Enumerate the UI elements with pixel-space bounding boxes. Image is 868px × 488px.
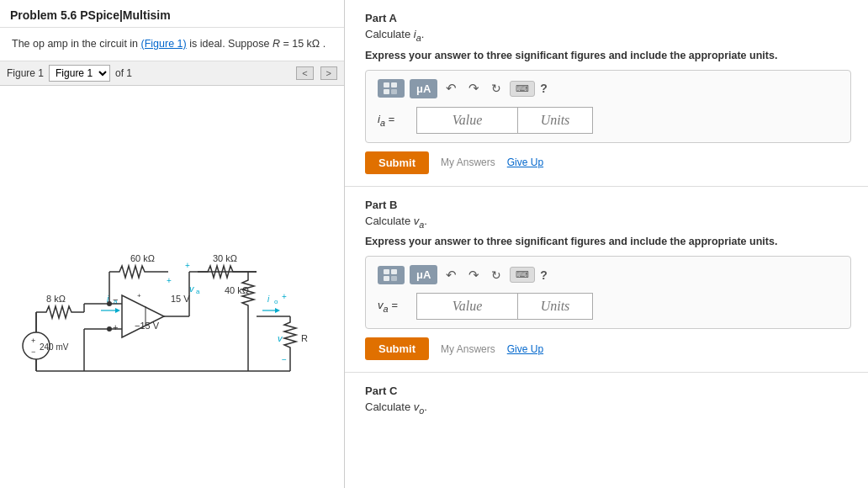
svg-text:a: a — [196, 288, 200, 295]
part-a-toolbar: μA ↶ ↷ ↻ ⌨ ? — [378, 79, 839, 98]
part-a-input-row: ia = — [378, 107, 839, 134]
svg-rect-60 — [391, 276, 397, 281]
svg-text:240 mV: 240 mV — [40, 342, 69, 352]
svg-text:+: + — [137, 292, 141, 300]
part-b-my-answers-link[interactable]: My Answers — [441, 343, 495, 355]
svg-rect-55 — [384, 89, 389, 94]
part-a-submit-row: Submit My Answers Give Up — [365, 151, 851, 174]
problem-description: The op amp in the circuit in (Figure 1) … — [0, 28, 344, 61]
svg-text:+: + — [113, 322, 118, 332]
svg-text:R: R — [301, 333, 308, 343]
part-a-my-answers-link[interactable]: My Answers — [441, 156, 495, 168]
part-b-instructions: Express your answer to three significant… — [365, 236, 851, 247]
part-c-label: Part C — [365, 385, 851, 397]
part-b-input-row: va = — [378, 293, 839, 320]
svg-text:+: + — [167, 276, 172, 285]
part-a-label: Part A — [365, 12, 851, 24]
svg-rect-56 — [391, 89, 397, 94]
part-a-give-up-link[interactable]: Give Up — [507, 156, 543, 168]
part-a-input-label: ia = — [378, 113, 411, 128]
svg-rect-0 — [21, 178, 324, 396]
part-b-label: Part B — [365, 199, 851, 211]
figure-prev-button[interactable]: < — [296, 66, 313, 80]
part-a-calc-text: Calculate — [365, 28, 414, 40]
svg-text:+: + — [185, 261, 190, 270]
unit-button-b[interactable]: μA — [410, 265, 437, 284]
part-c-section: Part C Calculate vo. — [345, 373, 868, 434]
part-b-input-label: va = — [378, 299, 411, 314]
redo-button-a[interactable]: ↷ — [465, 79, 483, 98]
svg-rect-57 — [384, 269, 389, 274]
svg-text:−: − — [113, 294, 118, 305]
help-button-b[interactable]: ? — [540, 268, 548, 282]
part-a-calculate: Calculate ia. — [365, 28, 851, 43]
svg-text:60 kΩ: 60 kΩ — [130, 253, 155, 263]
keyboard-button-a[interactable]: ⌨ — [510, 81, 535, 97]
left-panel: Problem 5.6 PSpice|Multisim The op amp i… — [0, 0, 345, 488]
part-b-section: Part B Calculate va. Express your answer… — [345, 187, 868, 374]
svg-text:15 V: 15 V — [171, 294, 190, 304]
problem-title: Problem 5.6 PSpice|Multisim — [0, 0, 344, 28]
svg-text:+: + — [31, 337, 35, 345]
keyboard-button-b[interactable]: ⌨ — [510, 267, 535, 283]
part-b-units-input[interactable] — [517, 293, 593, 320]
grid-icon-button-a[interactable] — [378, 79, 405, 98]
redo-button-b[interactable]: ↷ — [465, 266, 483, 284]
svg-text:8 kΩ: 8 kΩ — [46, 294, 66, 304]
part-b-variable: va — [414, 215, 425, 227]
figure-of-text: of 1 — [115, 67, 132, 79]
svg-text:30 kΩ: 30 kΩ — [213, 253, 237, 263]
right-panel: Part A Calculate ia. Express your answer… — [345, 0, 868, 488]
part-b-toolbar: μA ↶ ↷ ↻ ⌨ ? — [378, 265, 839, 284]
svg-text:−15 V: −15 V — [135, 321, 160, 331]
part-a-section: Part A Calculate ia. Express your answer… — [345, 0, 868, 187]
part-b-submit-row: Submit My Answers Give Up — [365, 337, 851, 360]
grid-icon-svg-a — [384, 82, 399, 94]
part-b-calculate: Calculate va. — [365, 215, 851, 230]
svg-text:−: − — [31, 347, 35, 356]
part-a-answer-box: μA ↶ ↷ ↻ ⌨ ? ia = — [365, 70, 851, 143]
part-b-value-input[interactable] — [416, 293, 517, 320]
part-a-instructions: Express your answer to three significant… — [365, 50, 851, 61]
part-b-give-up-link[interactable]: Give Up — [507, 343, 543, 355]
part-a-variable: ia — [414, 28, 421, 40]
figure-controls: Figure 1 Figure 1 of 1 < > — [0, 61, 344, 86]
undo-button-b[interactable]: ↶ — [442, 266, 460, 284]
svg-rect-58 — [391, 269, 397, 274]
svg-rect-54 — [391, 82, 397, 88]
part-b-submit-button[interactable]: Submit — [365, 337, 429, 360]
svg-text:−: − — [282, 355, 287, 364]
part-a-units-input[interactable] — [517, 107, 593, 134]
refresh-button-a[interactable]: ↻ — [488, 80, 505, 97]
circuit-diagram-area: 8 kΩ 60 kΩ 30 kΩ + 15 V v a 40 kΩ i — [0, 86, 344, 488]
part-b-calc-text: Calculate — [365, 215, 414, 227]
unit-button-a[interactable]: μA — [410, 79, 437, 98]
figure-select[interactable]: Figure 1 — [49, 65, 110, 82]
part-c-variable: vo — [414, 400, 425, 413]
circuit-svg: 8 kΩ 60 kΩ 30 kΩ + 15 V v a 40 kΩ i — [21, 178, 324, 396]
help-button-a[interactable]: ? — [540, 82, 548, 95]
svg-rect-53 — [384, 82, 389, 88]
desc-text1: The op amp in the circuit in — [12, 38, 141, 50]
part-a-value-input[interactable] — [416, 107, 517, 134]
svg-rect-59 — [384, 276, 389, 281]
figure-label-text: Figure 1 — [7, 67, 44, 79]
part-c-calculate: Calculate vo. — [365, 400, 851, 416]
title-text: Problem 5.6 PSpice|Multisim — [10, 8, 171, 22]
part-a-submit-button[interactable]: Submit — [365, 151, 429, 174]
svg-text:o: o — [274, 298, 278, 305]
figure-next-button[interactable]: > — [320, 66, 337, 80]
refresh-button-b[interactable]: ↻ — [488, 267, 505, 284]
undo-button-a[interactable]: ↶ — [442, 79, 460, 98]
svg-text:+: + — [282, 292, 287, 301]
grid-icon-button-b[interactable] — [378, 266, 405, 284]
part-b-answer-box: μA ↶ ↷ ↻ ⌨ ? va = — [365, 256, 851, 329]
grid-icon-svg-b — [384, 269, 399, 281]
figure-link[interactable]: (Figure 1) — [141, 38, 187, 50]
part-c-calc-text: Calculate — [365, 400, 414, 413]
desc-text2: is ideal. Suppose R = 15 kΩ . — [189, 38, 326, 50]
